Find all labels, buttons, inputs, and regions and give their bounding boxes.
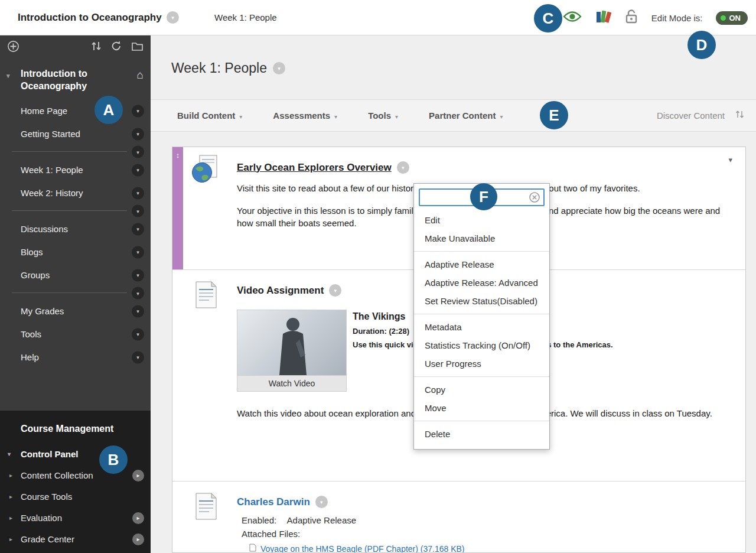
menu-item-statistics-tracking[interactable]: Statistics Tracking (On/Off)	[414, 336, 549, 354]
course-title-menu-icon[interactable]: ▾	[167, 11, 179, 24]
menu-item-move[interactable]: Move	[414, 399, 549, 417]
tools-button[interactable]: Tools▾	[368, 110, 398, 121]
home-icon[interactable]: ⌂	[137, 69, 144, 81]
top-bar: Introduction to Oceanography ▾ Week 1: P…	[0, 0, 756, 35]
sidebar-item-label: Getting Started	[21, 129, 80, 139]
item-options-icon[interactable]: ▾	[132, 187, 144, 199]
cp-item-course-tools[interactable]: ▸ Course Tools	[0, 486, 151, 508]
sidebar-item-help[interactable]: Help ▾	[0, 346, 151, 369]
cp-item-content-collection[interactable]: ▸ Content Collection ▸	[0, 465, 151, 486]
item-options-icon[interactable]: ▾	[132, 328, 144, 340]
divider-options-icon[interactable]: ▾	[132, 146, 144, 158]
topbar-controls: Edit Mode is: ON	[563, 0, 748, 35]
sidebar-item-label: Tools	[21, 329, 41, 339]
menu-item-adaptive-release-advanced[interactable]: Adaptive Release: Advanced	[414, 274, 549, 292]
callout-badge-c: C	[534, 4, 562, 32]
partner-content-button[interactable]: Partner Content▾	[429, 110, 503, 121]
watch-video-button[interactable]: Watch Video	[237, 375, 346, 391]
sidebar-item-week-2-history[interactable]: Week 2: History ▾	[0, 181, 151, 204]
cp-item-label: Grade Center	[21, 534, 74, 544]
video-thumbnail[interactable]: Watch Video	[237, 310, 347, 392]
action-bar: Build Content▾ Assessments▾ Tools▾ Partn…	[151, 99, 756, 132]
cp-item-grade-center[interactable]: ▸ Grade Center ▸	[0, 529, 151, 550]
sidebar-item-groups[interactable]: Groups ▾	[0, 264, 151, 287]
theme-palette-icon[interactable]	[595, 9, 611, 26]
item-options-icon[interactable]: ▾	[132, 128, 144, 140]
item-options-icon[interactable]: ▾	[315, 496, 328, 508]
sidebar-item-my-grades[interactable]: My Grades ▾	[0, 300, 151, 323]
item-options-icon[interactable]: ▾	[132, 223, 144, 235]
lock-icon[interactable]	[624, 9, 638, 27]
breadcrumb[interactable]: Week 1: People	[214, 0, 277, 35]
student-preview-icon[interactable]	[563, 10, 582, 25]
menu-item-make-unavailable[interactable]: Make Unavailable	[414, 229, 549, 248]
item-options-icon[interactable]: ▾	[132, 351, 144, 363]
chevron-down-icon: ▾	[334, 113, 337, 120]
button-label: Build Content	[177, 110, 235, 121]
item-options-icon[interactable]: ▾	[132, 269, 144, 281]
folder-view-icon[interactable]	[131, 41, 144, 51]
menu-item-copy[interactable]: Copy	[414, 380, 549, 399]
enabled-label: Enabled:	[242, 515, 276, 525]
refresh-icon[interactable]	[110, 40, 122, 52]
item-options-icon[interactable]: ▾	[132, 305, 144, 317]
document-icon	[194, 281, 219, 311]
sort-order-icon[interactable]	[735, 109, 744, 122]
edit-mode-toggle[interactable]: ON	[716, 11, 748, 25]
item-title[interactable]: Video Assignment	[237, 285, 324, 297]
sidebar-item-home-page[interactable]: Home Page ▾	[0, 99, 151, 122]
item-options-icon[interactable]: ▾	[132, 105, 144, 117]
menu-divider: ▾	[0, 287, 151, 300]
sidebar-item-label: Groups	[21, 270, 50, 280]
item-options-icon[interactable]: ▾	[397, 161, 409, 174]
clear-search-icon[interactable]	[529, 192, 540, 205]
item-options-icon[interactable]: ▾	[329, 284, 341, 297]
edit-mode-value: ON	[729, 14, 741, 22]
menu-item-user-progress[interactable]: User Progress	[414, 354, 549, 373]
cp-item-evaluation[interactable]: ▸ Evaluation ▸	[0, 508, 151, 529]
divider-options-icon[interactable]: ▾	[132, 205, 144, 217]
discover-content-button[interactable]: Discover Content	[657, 110, 725, 121]
reorder-items-icon[interactable]	[91, 40, 102, 52]
attached-file-link[interactable]: Voyage on the HMS Beagle (PDF Chapter) (…	[260, 544, 465, 553]
control-panel-header[interactable]: ▾ Control Panel	[0, 444, 151, 465]
menu-item-metadata[interactable]: Metadata	[414, 318, 549, 336]
sidebar-item-getting-started[interactable]: Getting Started ▾	[0, 122, 151, 145]
menu-divider	[414, 314, 549, 314]
open-in-new-icon[interactable]: ▸	[132, 534, 144, 545]
sidebar-course-header[interactable]: ▾ Introduction to Oceanography ⌂	[0, 58, 151, 99]
menu-item-set-review-status[interactable]: Set Review Status(Disabled)	[414, 292, 549, 310]
web-link-globe-icon	[191, 154, 219, 186]
expand-triangle-icon: ▸	[9, 486, 12, 508]
page-title-menu-icon[interactable]: ▾	[273, 62, 285, 74]
expand-triangle-icon: ▸	[9, 465, 12, 486]
content-item-charles-darwin: Charles Darwin ▾ Enabled: Adaptive Relea…	[172, 481, 745, 553]
menu-item-delete[interactable]: Delete	[414, 425, 549, 443]
item-options-icon[interactable]: ▾	[132, 164, 144, 176]
item-options-icon[interactable]: ▾	[132, 246, 144, 258]
course-management-title: Course Management	[0, 424, 151, 434]
assessments-button[interactable]: Assessments▾	[273, 110, 337, 121]
button-label: Tools	[368, 110, 391, 121]
divider-options-icon[interactable]: ▾	[132, 287, 144, 300]
sidebar-item-discussions[interactable]: Discussions ▾	[0, 217, 151, 240]
sidebar-item-blogs[interactable]: Blogs ▾	[0, 240, 151, 264]
sidebar-item-week-1-people[interactable]: Week 1: People ▾	[0, 158, 151, 181]
collapse-triangle-icon[interactable]: ▾	[6, 70, 10, 82]
sidebar-item-label: My Grades	[21, 306, 64, 316]
open-in-new-icon[interactable]: ▸	[132, 470, 144, 482]
menu-item-edit[interactable]: Edit	[414, 211, 549, 229]
callout-badge-f: F	[470, 183, 497, 210]
collapse-item-icon[interactable]: ▾	[728, 155, 732, 164]
cp-item-label: Evaluation	[21, 513, 62, 523]
open-in-new-icon[interactable]: ▸	[132, 512, 144, 524]
drag-handle[interactable]: ↕	[172, 147, 183, 269]
menu-divider	[414, 251, 549, 252]
collapse-triangle-icon[interactable]: ▾	[8, 444, 11, 465]
sidebar-course-name: Introduction to Oceanography	[21, 69, 87, 91]
sidebar-item-tools[interactable]: Tools ▾	[0, 323, 151, 346]
item-title-link[interactable]: Charles Darwin	[237, 496, 310, 508]
build-content-button[interactable]: Build Content▾	[177, 110, 242, 121]
item-title-link[interactable]: Early Ocean Explorers Overview	[237, 162, 392, 174]
menu-item-adaptive-release[interactable]: Adaptive Release	[414, 255, 549, 274]
